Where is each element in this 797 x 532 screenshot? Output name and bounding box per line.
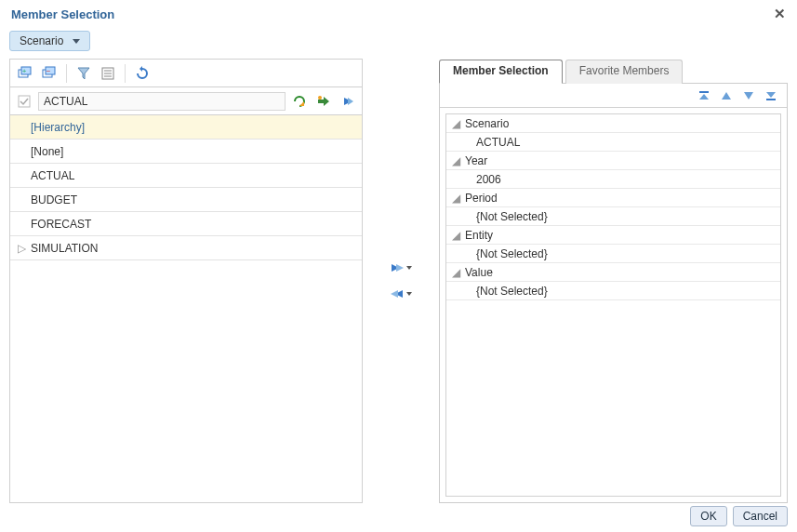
dialog-footer: OK Cancel xyxy=(690,506,788,526)
dimension-row[interactable]: ◢Value xyxy=(446,263,780,282)
svg-marker-20 xyxy=(391,290,398,298)
selection-tree: ◢Scenario ACTUAL ◢Year 2006 ◢Period {Not… xyxy=(445,113,781,497)
list-view-icon[interactable] xyxy=(97,62,119,85)
search-row xyxy=(10,87,362,115)
move-up-icon[interactable] xyxy=(716,86,737,106)
dialog-title: Member Selection xyxy=(11,7,114,21)
move-down-icon[interactable] xyxy=(738,86,759,106)
shuttle-column xyxy=(368,59,433,503)
remove-button[interactable] xyxy=(390,287,412,300)
close-icon[interactable]: ✕ xyxy=(774,6,786,22)
svg-point-14 xyxy=(318,96,322,100)
chevron-down-icon xyxy=(406,266,412,270)
svg-marker-23 xyxy=(722,92,731,100)
refresh-icon[interactable] xyxy=(131,62,153,85)
tree-item-label: [None] xyxy=(31,145,63,158)
dimension-row[interactable]: ◢Period xyxy=(446,189,780,207)
collapse-all-icon[interactable]: − xyxy=(38,62,60,85)
dimension-dropdown[interactable]: Scenario xyxy=(9,31,90,51)
selected-member-row[interactable]: {Not Selected} xyxy=(446,282,780,300)
member-selection-dialog: Member Selection ✕ Scenario + − xyxy=(0,0,797,532)
move-top-icon[interactable] xyxy=(694,86,714,106)
dimension-row[interactable]: ◢Scenario xyxy=(446,114,780,133)
svg-marker-24 xyxy=(744,92,753,100)
arrow-right-icon xyxy=(390,261,405,274)
chevron-down-icon xyxy=(406,292,412,296)
hierarchy-label: [Hierarchy] xyxy=(31,121,85,134)
svg-marker-18 xyxy=(396,264,404,272)
svg-text:−: − xyxy=(46,67,51,75)
expand-all-icon[interactable]: + xyxy=(14,62,36,85)
svg-marker-16 xyxy=(348,98,353,105)
dimension-row[interactable]: ◢Entity xyxy=(446,226,780,245)
cancel-button[interactable]: Cancel xyxy=(733,506,788,526)
tree-item[interactable]: ▷ SIMULATION xyxy=(10,236,362,260)
target-panel: Member Selection Favorite Members ◢Scena… xyxy=(439,59,788,503)
collapse-icon: ◢ xyxy=(452,266,461,279)
filter-icon[interactable] xyxy=(73,62,95,85)
arrow-left-icon xyxy=(390,287,405,300)
collapse-icon: ◢ xyxy=(452,229,461,242)
collapse-icon: ◢ xyxy=(452,117,461,130)
search-input[interactable] xyxy=(38,92,286,111)
tree-item[interactable]: ACTUAL xyxy=(10,164,362,188)
svg-rect-11 xyxy=(19,96,30,107)
target-toolbar xyxy=(440,84,787,108)
collapse-icon: ◢ xyxy=(452,154,461,167)
tab-favorite-members[interactable]: Favorite Members xyxy=(565,60,684,84)
tree-hierarchy-header[interactable]: [Hierarchy] xyxy=(10,115,362,140)
tree-item-label: BUDGET xyxy=(31,193,77,206)
selected-member-row[interactable]: 2006 xyxy=(446,170,780,189)
collapse-icon: ◢ xyxy=(452,192,461,205)
select-mode-icon[interactable] xyxy=(14,91,34,112)
source-panel: + − xyxy=(9,59,363,503)
chevron-down-icon xyxy=(73,39,80,44)
selected-member-row[interactable]: {Not Selected} xyxy=(446,207,780,226)
tab-member-selection[interactable]: Member Selection xyxy=(439,60,563,84)
add-button[interactable] xyxy=(390,261,412,274)
svg-marker-10 xyxy=(139,66,142,72)
tree-item[interactable]: [None] xyxy=(10,140,362,164)
tree-item[interactable]: FORECAST xyxy=(10,212,362,236)
svg-marker-12 xyxy=(299,101,304,106)
tab-strip: Member Selection Favorite Members xyxy=(439,59,788,83)
source-toolbar: + − xyxy=(10,60,362,87)
source-tree: [Hierarchy] [None] ACTUAL BUDGET FORECAS… xyxy=(10,115,362,502)
find-icon[interactable] xyxy=(289,91,310,112)
ok-button[interactable]: OK xyxy=(690,506,726,526)
svg-marker-25 xyxy=(766,92,776,98)
find-prev-icon[interactable] xyxy=(338,91,358,112)
tree-item-label: FORECAST xyxy=(31,218,91,231)
selected-member-row[interactable]: {Not Selected} xyxy=(446,245,780,263)
svg-marker-22 xyxy=(699,94,709,100)
expand-icon[interactable]: ▷ xyxy=(18,242,29,255)
selected-member-row[interactable]: ACTUAL xyxy=(446,133,780,152)
tree-item-label: ACTUAL xyxy=(31,169,74,182)
target-box: ◢Scenario ACTUAL ◢Year 2006 ◢Period {Not… xyxy=(439,83,788,503)
dialog-title-bar: Member Selection ✕ xyxy=(0,0,797,29)
tree-item[interactable]: BUDGET xyxy=(10,188,362,212)
move-bottom-icon[interactable] xyxy=(761,86,781,106)
dimension-row[interactable]: ◢Year xyxy=(446,152,780,170)
dimension-dropdown-label: Scenario xyxy=(20,34,63,47)
find-next-icon[interactable] xyxy=(313,91,334,112)
svg-text:+: + xyxy=(22,67,27,75)
tree-item-label: SIMULATION xyxy=(31,242,98,255)
